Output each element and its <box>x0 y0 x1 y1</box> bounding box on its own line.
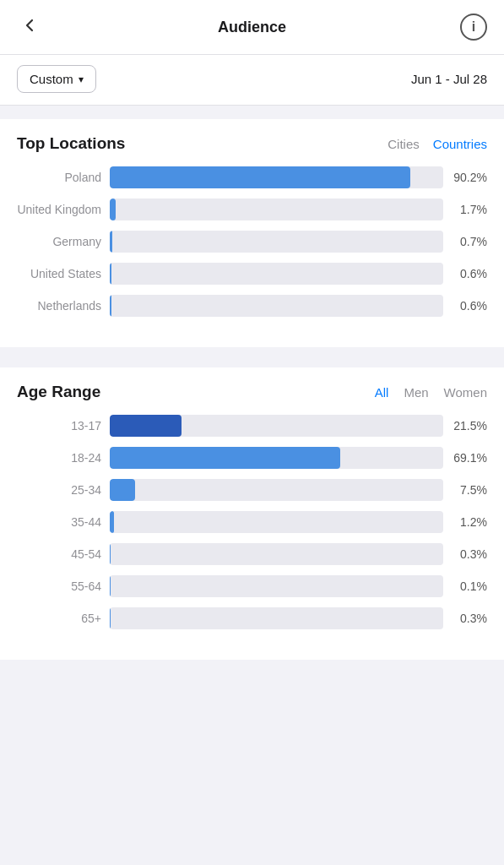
location-bars: Poland 90.2% United Kingdom 1.7% Germany… <box>17 166 487 317</box>
bar-fill <box>110 543 111 565</box>
bar-label: Netherlands <box>17 298 110 313</box>
bar-label: United States <box>17 266 110 281</box>
bar-track <box>110 415 443 437</box>
bar-label: 25-34 <box>17 482 110 498</box>
bar-label: United Kingdom <box>17 202 110 217</box>
bar-track <box>110 479 443 501</box>
bar-fill <box>110 447 340 469</box>
list-item: Netherlands 0.6% <box>17 295 487 317</box>
custom-dropdown-button[interactable]: Custom ▾ <box>17 65 96 93</box>
bar-fill <box>110 511 114 533</box>
list-item: Germany 0.7% <box>17 231 487 253</box>
bar-track <box>110 166 443 188</box>
bar-label: 55-64 <box>17 579 110 594</box>
bar-value: 90.2% <box>443 171 487 184</box>
bar-value: 0.3% <box>443 612 487 625</box>
bar-fill <box>110 263 111 285</box>
bar-value: 1.2% <box>443 515 487 529</box>
list-item: 25-34 7.5% <box>17 479 487 501</box>
bar-value: 7.5% <box>443 483 487 497</box>
bar-fill <box>110 607 111 629</box>
list-item: United States 0.6% <box>17 263 487 285</box>
tab-men[interactable]: Men <box>404 385 428 400</box>
list-item: 35-44 1.2% <box>17 511 487 533</box>
bar-value: 0.6% <box>443 299 487 313</box>
date-range-label: Jun 1 - Jul 28 <box>411 72 487 86</box>
top-locations-header: Top Locations Cities Countries <box>17 134 487 153</box>
bar-track <box>110 263 443 285</box>
custom-label: Custom <box>30 72 73 86</box>
age-bars: 13-17 21.5% 18-24 69.1% 25-34 7.5% 35-44… <box>17 415 487 629</box>
bar-label: 35-44 <box>17 514 110 530</box>
age-range-header: Age Range All Men Women <box>17 383 487 401</box>
bar-label: Poland <box>17 170 110 185</box>
header: Audience i <box>0 0 504 55</box>
bar-track <box>110 511 443 533</box>
bar-track <box>110 543 443 565</box>
section-divider <box>0 347 504 354</box>
list-item: 65+ 0.3% <box>17 607 487 629</box>
bar-value: 0.7% <box>443 235 487 248</box>
bar-fill <box>110 166 410 188</box>
toolbar: Custom ▾ Jun 1 - Jul 28 <box>0 55 504 106</box>
list-item: Poland 90.2% <box>17 166 487 188</box>
bar-value: 0.3% <box>443 547 487 561</box>
bar-fill <box>110 479 135 501</box>
age-tab-group: All Men Women <box>375 385 487 400</box>
bar-fill <box>110 199 116 220</box>
bar-label: 13-17 <box>17 418 110 433</box>
bar-track <box>110 607 443 629</box>
back-button[interactable] <box>17 16 44 38</box>
bar-label: 45-54 <box>17 547 110 562</box>
page-title: Audience <box>218 19 286 36</box>
bar-label: 65+ <box>17 611 110 626</box>
bar-value: 69.1% <box>443 451 487 465</box>
bar-track <box>110 295 443 317</box>
bar-value: 0.6% <box>443 267 487 280</box>
bar-fill <box>110 415 182 437</box>
age-range-section: Age Range All Men Women 13-17 21.5% 18-2… <box>0 367 504 660</box>
tab-all[interactable]: All <box>375 385 389 400</box>
info-icon: i <box>472 19 475 35</box>
age-range-title: Age Range <box>17 383 100 401</box>
list-item: 55-64 0.1% <box>17 575 487 597</box>
bar-value: 0.1% <box>443 579 487 593</box>
bar-fill <box>110 295 111 317</box>
list-item: United Kingdom 1.7% <box>17 199 487 220</box>
list-item: 45-54 0.3% <box>17 543 487 565</box>
bar-track <box>110 199 443 220</box>
bar-value: 1.7% <box>443 203 487 216</box>
bar-value: 21.5% <box>443 419 487 432</box>
location-tab-group: Cities Countries <box>387 137 487 151</box>
bar-track <box>110 231 443 253</box>
bar-track <box>110 447 443 469</box>
tab-women[interactable]: Women <box>444 385 487 400</box>
info-button[interactable]: i <box>460 14 487 41</box>
chevron-down-icon: ▾ <box>79 73 84 85</box>
bar-fill <box>110 231 112 253</box>
list-item: 13-17 21.5% <box>17 415 487 437</box>
tab-countries[interactable]: Countries <box>433 137 487 151</box>
bar-track <box>110 575 443 597</box>
bar-label: Germany <box>17 234 110 249</box>
tab-cities[interactable]: Cities <box>387 137 420 151</box>
top-locations-title: Top Locations <box>17 134 125 153</box>
bar-label: 18-24 <box>17 450 110 465</box>
list-item: 18-24 69.1% <box>17 447 487 469</box>
top-locations-section: Top Locations Cities Countries Poland 90… <box>0 119 504 347</box>
